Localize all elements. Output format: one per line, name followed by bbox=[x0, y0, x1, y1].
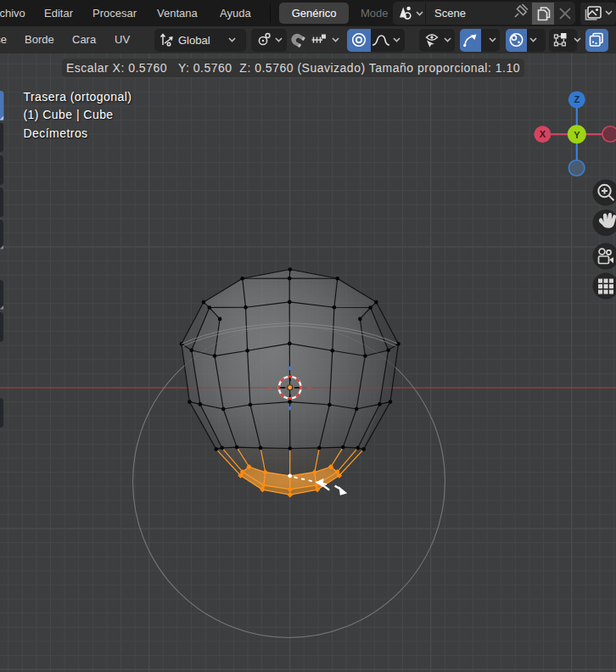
svg-text:X: X bbox=[540, 129, 546, 139]
svg-text:Global: Global bbox=[178, 34, 210, 47]
svg-text:Z: Z bbox=[574, 94, 580, 104]
svg-text:Y: Y bbox=[574, 130, 580, 140]
